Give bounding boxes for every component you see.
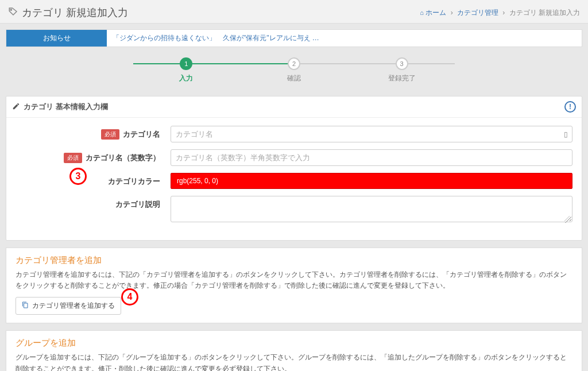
panel-head: カテゴリ 基本情報入力欄 ! xyxy=(6,96,582,118)
svg-point-0 xyxy=(10,9,11,10)
basic-info-panel: カテゴリ 基本情報入力欄 ! 必須 カテゴリ名 ▯ 必須 カテゴリ名（英数字） xyxy=(6,96,582,241)
group-section: グループを追加 グループを追加するには、下記の「グループを追加する」のボタンをク… xyxy=(6,330,582,371)
step-3: 3 登録完了 xyxy=(349,57,455,83)
label-category-name-en: カテゴリ名（英数字） xyxy=(86,153,160,163)
input-clear-icon[interactable]: ▯ xyxy=(564,130,568,138)
label-category-desc: カテゴリ説明 xyxy=(115,199,160,210)
label-category-color: カテゴリカラー xyxy=(108,176,160,187)
row-category-name-en: 必須 カテゴリ名（英数字） xyxy=(16,149,572,166)
pencil-icon xyxy=(12,102,20,112)
row-category-color: カテゴリカラー rgb(255, 0, 0) xyxy=(16,173,572,189)
annotation-4: 4 xyxy=(121,288,138,306)
step-3-circle: 3 xyxy=(396,57,408,70)
step-2-label: 確認 xyxy=(287,74,301,83)
step-1-circle: 1 xyxy=(180,57,192,70)
panel-title: カテゴリ 基本情報入力欄 xyxy=(24,102,108,112)
row-category-name: 必須 カテゴリ名 ▯ xyxy=(16,126,572,142)
breadcrumb-manage[interactable]: カテゴリ管理 xyxy=(457,9,498,17)
category-name-input[interactable] xyxy=(171,126,572,142)
row-category-desc: カテゴリ説明 xyxy=(16,196,572,224)
home-icon: ⌂ xyxy=(420,9,424,16)
annotation-3: 3 xyxy=(69,168,87,185)
add-manager-button-label: カテゴリ管理者を追加する xyxy=(32,301,115,311)
section-group-desc: グループを追加するには、下記の「グループを追加する」のボタンをクリックして下さい… xyxy=(16,352,572,371)
section-mgr-title: カテゴリ管理者を追加 xyxy=(16,255,572,266)
required-badge: 必須 xyxy=(101,129,119,140)
tag-icon xyxy=(8,6,18,20)
notice-ticker[interactable]: 「ジダンからの招待も遠くない」 久保が"保有元"レアルに与え … xyxy=(107,30,325,47)
page-title: カテゴリ 新規追加入力 xyxy=(8,6,128,20)
step-1-label: 入力 xyxy=(179,74,193,83)
category-manager-section: カテゴリ管理者を追加 カテゴリ管理者を追加するには、下記の「カテゴリ管理者を追加… xyxy=(6,248,582,323)
category-name-en-input[interactable] xyxy=(171,149,572,166)
section-mgr-desc: カテゴリ管理者を追加するには、下記の「カテゴリ管理者を追加する」のボタンをクリッ… xyxy=(16,269,572,291)
step-2: 2 確認 xyxy=(241,57,347,83)
info-toggle-button[interactable]: ! xyxy=(564,101,576,113)
step-1: 1 入力 xyxy=(133,57,239,83)
breadcrumb-current: カテゴリ 新規追加入力 xyxy=(509,9,580,17)
category-desc-textarea[interactable] xyxy=(171,196,572,222)
copy-icon xyxy=(22,302,29,310)
breadcrumb-home[interactable]: ホーム xyxy=(425,9,446,17)
notice-tab: お知らせ xyxy=(6,30,107,47)
notice-bar: お知らせ 「ジダンからの招待も遠くない」 久保が"保有元"レアルに与え … xyxy=(6,29,582,47)
breadcrumb: ⌂ ホーム › カテゴリ管理 › カテゴリ 新規追加入力 xyxy=(420,8,580,18)
step-3-label: 登録完了 xyxy=(388,74,416,83)
add-manager-button[interactable]: カテゴリ管理者を追加する xyxy=(16,297,121,315)
category-color-picker[interactable]: rgb(255, 0, 0) xyxy=(171,173,572,189)
label-category-name: カテゴリ名 xyxy=(123,129,160,140)
page-header: カテゴリ 新規追加入力 ⌂ ホーム › カテゴリ管理 › カテゴリ 新規追加入力 xyxy=(0,0,588,24)
page-title-text: カテゴリ 新規追加入力 xyxy=(22,6,128,20)
section-group-title: グループを追加 xyxy=(16,338,572,349)
step-indicator: 1 入力 2 確認 3 登録完了 xyxy=(133,57,455,83)
step-2-circle: 2 xyxy=(288,57,300,70)
required-badge: 必須 xyxy=(64,153,82,163)
resize-handle-icon[interactable] xyxy=(564,216,571,223)
